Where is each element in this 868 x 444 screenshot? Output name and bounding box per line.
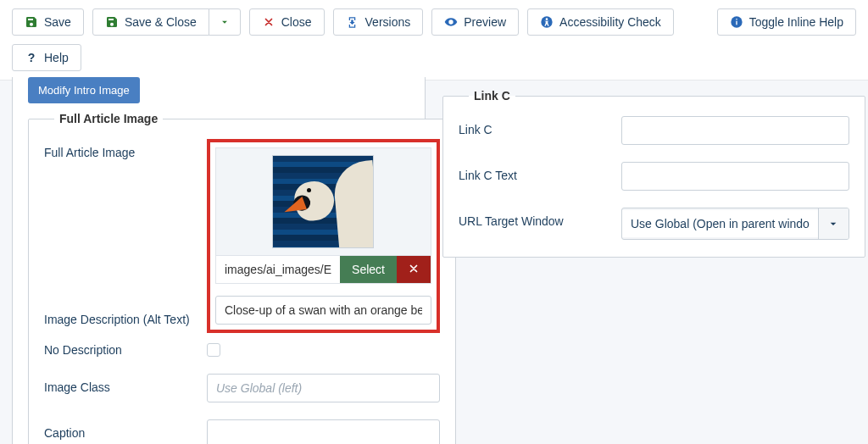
alt-text-input[interactable]: [215, 296, 431, 325]
question-icon: ?: [25, 51, 38, 64]
link-c-input[interactable]: [621, 116, 849, 145]
save-button[interactable]: Save: [12, 8, 84, 36]
link-c-fieldset: Link C Link C Link C Text URL Target Win…: [442, 89, 865, 258]
chevron-down-icon: [218, 15, 231, 29]
image-class-input[interactable]: [207, 374, 440, 402]
main-toolbar: Save Save & Close Close Versions Prev: [0, 0, 868, 80]
no-desc-checkbox[interactable]: [207, 343, 220, 357]
preview-label: Preview: [464, 15, 506, 29]
toggle-help-button[interactable]: Toggle Inline Help: [717, 8, 856, 36]
toggle-help-label: Toggle Inline Help: [749, 15, 843, 29]
accessibility-icon: [540, 15, 554, 29]
save-label: Save: [44, 15, 71, 29]
caption-input[interactable]: [207, 419, 440, 444]
link-c-label: Link C: [459, 116, 611, 136]
svg-point-1: [546, 18, 548, 20]
close-icon: [262, 15, 275, 29]
close-icon: [408, 263, 420, 277]
close-label: Close: [281, 15, 312, 29]
image-path-input[interactable]: images/ai_images/E: [216, 256, 340, 283]
help-button[interactable]: ? Help: [12, 44, 81, 71]
target-window-select[interactable]: Use Global (Open in parent windo: [621, 208, 849, 240]
select-image-button[interactable]: Select: [340, 256, 397, 283]
clear-image-button[interactable]: [397, 256, 431, 283]
save-close-label: Save & Close: [125, 15, 197, 29]
full-image-label: Full Article Image: [44, 139, 197, 159]
modify-intro-button[interactable]: Modify Intro Image: [28, 77, 140, 103]
versions-label: Versions: [365, 15, 411, 29]
image-class-label: Image Class: [44, 374, 197, 394]
svg-rect-3: [736, 21, 737, 25]
link-c-legend: Link C: [469, 89, 515, 103]
accessibility-label: Accessibility Check: [559, 15, 661, 29]
no-desc-label: No Description: [44, 343, 197, 357]
target-window-value: Use Global (Open in parent windo: [622, 210, 818, 237]
image-preview: [215, 147, 431, 255]
versions-icon: [346, 15, 359, 29]
swan-thumbnail: [272, 155, 374, 248]
link-c-text-label: Link C Text: [459, 162, 611, 182]
full-article-fieldset: Full Article Image Full Article Image: [28, 112, 456, 444]
save-close-button[interactable]: Save & Close: [92, 8, 209, 36]
info-icon: [730, 15, 743, 29]
accessibility-button[interactable]: Accessibility Check: [527, 8, 674, 36]
link-c-text-input[interactable]: [621, 162, 849, 191]
caption-label: Caption: [44, 419, 197, 440]
highlighted-region: images/ai_images/E Select: [207, 139, 440, 333]
preview-icon: [444, 15, 458, 29]
full-article-legend: Full Article Image: [54, 112, 163, 125]
save-close-icon: [105, 15, 119, 29]
save-dropdown-button[interactable]: [209, 8, 241, 36]
alt-text-label: Image Description (Alt Text): [44, 313, 197, 326]
help-label: Help: [44, 51, 69, 64]
chevron-down-icon: [818, 208, 849, 239]
svg-rect-4: [736, 19, 737, 19]
save-icon: [25, 15, 38, 29]
versions-button[interactable]: Versions: [333, 8, 424, 36]
close-button[interactable]: Close: [249, 8, 325, 36]
target-window-label: URL Target Window: [459, 208, 611, 228]
preview-button[interactable]: Preview: [431, 8, 519, 36]
